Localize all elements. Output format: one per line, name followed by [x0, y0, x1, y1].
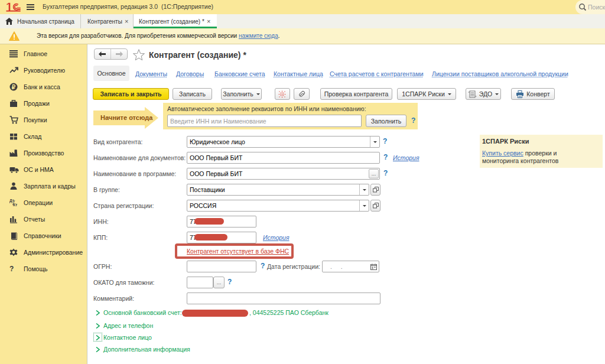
svg-text:₽: ₽	[12, 84, 16, 90]
svg-text:Начните отсюда: Начните отсюда	[100, 114, 153, 121]
